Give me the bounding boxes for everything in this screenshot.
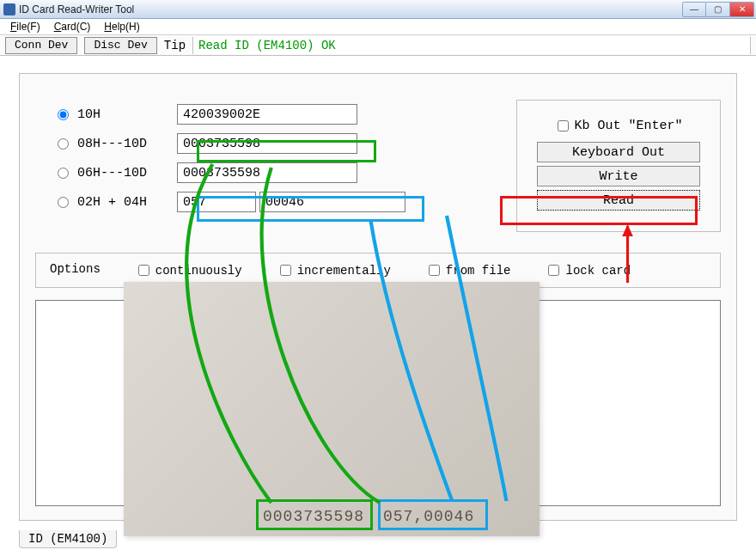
value-02h04h-b[interactable]: 00046 [259,192,405,212]
opt-from-file-label: from file [446,264,511,278]
opt-incrementally[interactable]: incrementally [277,262,391,278]
minimize-button[interactable]: — [682,2,706,17]
radio-row-08h10d: 08H---10D 0003735598 [35,129,482,158]
kb-out-enter-label: Kb Out "Enter" [574,119,682,133]
radio-08h10d-label: 08H---10D [77,137,177,151]
opt-incrementally-label: incrementally [297,264,391,278]
opt-continuously[interactable]: continuously [135,262,242,278]
app-icon [3,3,15,15]
radio-02h04h-label: 02H + 04H [77,195,177,210]
radio-08h10d[interactable] [58,138,69,150]
conn-dev-button[interactable]: Conn Dev [5,37,77,54]
title-bar: ID Card Read-Writer Tool — ▢ ✕ [0,0,756,19]
radio-row-02h04h: 02H + 04H 057 00046 [35,187,482,217]
check-incrementally[interactable] [280,265,291,276]
options-legend: Options [50,262,101,278]
toolbar: Conn Dev Disc Dev Tip Read ID (EM4100) O… [0,35,756,56]
radio-row-10h: 10H 420039002E [35,100,482,129]
opt-from-file[interactable]: from file [425,262,511,278]
value-06h10d[interactable]: 0003735598 [177,162,357,183]
close-button[interactable]: ✕ [730,2,754,17]
tab-strip: ID (EM4100) [19,530,119,548]
value-10h[interactable]: 420039002E [177,104,357,125]
check-lock-card[interactable] [548,265,559,276]
keyboard-out-button[interactable]: Keyboard Out [537,142,700,162]
menu-card[interactable]: Card(C) [47,20,98,34]
menu-help[interactable]: Help(H) [97,20,146,34]
format-selection: 10H 420039002E 08H---10D 0003735598 06H-… [35,100,482,232]
radio-06h10d[interactable] [58,168,69,179]
action-panel: Kb Out "Enter" Keyboard Out Write Read [516,100,721,232]
opt-lock-card-label: lock card [565,264,631,278]
opt-continuously-label: continuously [155,264,242,278]
check-from-file[interactable] [429,265,440,276]
kb-out-enter-checkbox[interactable] [558,120,569,131]
maximize-button[interactable]: ▢ [706,2,730,17]
check-continuously[interactable] [138,265,149,276]
window-title: ID Card Read-Writer Tool [19,3,679,15]
radio-06h10d-label: 06H---10D [77,166,177,180]
value-08h10d[interactable]: 0003735598 [177,133,357,154]
options-fieldset: Options continuously incrementally from … [35,253,721,288]
radio-row-06h10d: 06H---10D 0003735598 [35,158,482,187]
write-button[interactable]: Write [537,166,700,186]
menu-bar: File(F) Card(C) Help(H) [0,19,756,35]
value-02h04h-a[interactable]: 057 [177,192,256,212]
opt-lock-card[interactable]: lock card [545,262,631,278]
read-button[interactable]: Read [537,190,700,211]
main-panel: 10H 420039002E 08H---10D 0003735598 06H-… [19,73,737,521]
radio-10h[interactable] [58,109,69,120]
tip-status-text: Read ID (EM4100) OK [192,37,751,54]
disc-dev-button[interactable]: Disc Dev [84,37,156,54]
window-controls: — ▢ ✕ [682,2,754,17]
radio-02h04h[interactable] [58,197,69,208]
radio-10h-label: 10H [77,107,177,122]
tip-label: Tip [164,39,186,52]
client-area: 10H 420039002E 08H---10D 0003735598 06H-… [0,56,756,550]
tab-id-em4100[interactable]: ID (EM4100) [19,530,117,548]
output-area[interactable] [35,300,721,506]
menu-file[interactable]: File(F) [3,20,47,34]
